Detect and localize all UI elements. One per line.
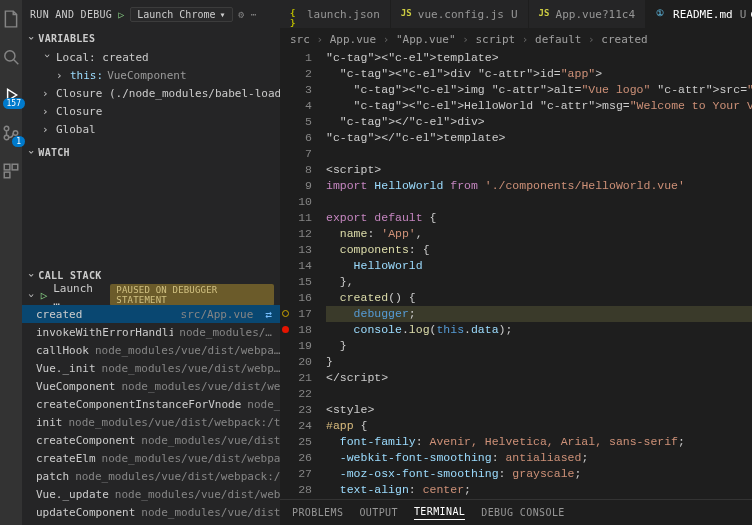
variables-section: ›VARIABLES ›Local: created ›this: VueCom… bbox=[22, 28, 280, 138]
code-editor[interactable]: 12345678910111213141516▷1718192021222324… bbox=[280, 50, 752, 499]
breadcrumb: src › App.vue › "App.vue" › script › def… bbox=[280, 28, 752, 50]
sidebar-title: RUN AND DEBUG bbox=[30, 9, 112, 20]
json-icon: { } bbox=[290, 8, 302, 20]
extensions-icon[interactable] bbox=[0, 160, 22, 182]
watch-section: ›WATCH bbox=[22, 138, 280, 162]
editor-tab[interactable]: { }launch.json bbox=[280, 0, 391, 28]
svg-rect-6 bbox=[4, 172, 10, 178]
debug-sidebar: RUN AND DEBUG ▷ Launch Chrome▾ ⚙ ⋯ ›VARI… bbox=[22, 0, 280, 525]
callstack-section: ›CALL STACK › ▷ Launch … PAUSED ON DEBUG… bbox=[22, 265, 280, 525]
svg-point-1 bbox=[4, 126, 9, 131]
search-icon[interactable] bbox=[0, 46, 22, 68]
panel-tab-debug-console[interactable]: DEBUG CONSOLE bbox=[481, 507, 564, 518]
editor-area: { }launch.jsonJSvue.config.jsUJSApp.vue?… bbox=[280, 0, 752, 525]
breadcrumb-item[interactable]: script bbox=[475, 33, 515, 46]
debug-icon[interactable]: 157 bbox=[0, 84, 22, 106]
activity-bar: 157 1 bbox=[0, 0, 22, 525]
stack-frame[interactable]: get node_modules/vue/dist/webpack:/te… bbox=[22, 521, 280, 525]
gear-icon[interactable]: ⚙ bbox=[239, 9, 245, 20]
stack-frame[interactable]: callHook node_modules/vue/dist/webpa… bbox=[22, 341, 280, 359]
breakpoint-hollow[interactable] bbox=[282, 310, 289, 317]
breadcrumb-item[interactable]: src bbox=[290, 33, 310, 46]
breadcrumb-item[interactable]: default bbox=[535, 33, 581, 46]
pause-reason: PAUSED ON DEBUGGER STATEMENT bbox=[110, 284, 274, 306]
breadcrumb-item[interactable]: created bbox=[601, 33, 647, 46]
files-icon[interactable] bbox=[0, 8, 22, 30]
debug-badge: 157 bbox=[3, 98, 25, 109]
variable-this[interactable]: ›this: VueComponent bbox=[30, 66, 280, 84]
sidebar-header: RUN AND DEBUG ▷ Launch Chrome▾ ⚙ ⋯ bbox=[22, 0, 280, 28]
chevron-right-icon: › bbox=[56, 69, 66, 82]
callstack-list: created src/App.vue⇄invokeWithErrorHandl… bbox=[22, 305, 280, 525]
stack-frame[interactable]: invokeWithErrorHandling node_modules/… bbox=[22, 323, 280, 341]
callstack-session[interactable]: › ▷ Launch … PAUSED ON DEBUGGER STATEMEN… bbox=[22, 285, 280, 305]
scm-badge: 1 bbox=[12, 136, 25, 147]
chevron-down-icon: › bbox=[26, 35, 37, 41]
scope-closure-2[interactable]: ›Closure bbox=[30, 102, 280, 120]
panel-tabs: PROBLEMSOUTPUTTERMINALDEBUG CONSOLE bbox=[280, 499, 752, 525]
chevron-right-icon: › bbox=[42, 105, 52, 118]
chevron-down-icon: › bbox=[26, 272, 37, 278]
panel-tab-terminal[interactable]: TERMINAL bbox=[414, 506, 465, 520]
scm-icon[interactable]: 1 bbox=[0, 122, 22, 144]
stack-frame[interactable]: createComponent node_modules/vue/dist/… bbox=[22, 431, 280, 449]
scope-local[interactable]: ›Local: created bbox=[30, 48, 280, 66]
js-icon: JS bbox=[401, 8, 413, 20]
stack-frame[interactable]: createComponentInstanceForVnode node_… bbox=[22, 395, 280, 413]
play-icon: ▷ bbox=[41, 289, 48, 302]
chevron-right-icon: › bbox=[42, 87, 52, 100]
line-gutter: 12345678910111213141516▷1718192021222324… bbox=[280, 50, 320, 499]
stack-frame[interactable]: created src/App.vue⇄ bbox=[22, 305, 280, 323]
svg-rect-5 bbox=[12, 164, 18, 170]
md-icon: ① bbox=[656, 8, 668, 20]
stack-frame[interactable]: updateComponent node_modules/vue/dist/… bbox=[22, 503, 280, 521]
breadcrumb-item[interactable]: "App.vue" bbox=[396, 33, 456, 46]
breakpoint[interactable] bbox=[282, 326, 289, 333]
panel-tab-problems[interactable]: PROBLEMS bbox=[292, 507, 343, 518]
stack-frame[interactable]: Vue._update node_modules/vue/dist/web… bbox=[22, 485, 280, 503]
svg-rect-4 bbox=[4, 164, 10, 170]
code-lines: "c-tag"><"c-el">template> "c-tag"><"c-el… bbox=[320, 50, 752, 499]
scope-global[interactable]: ›Global bbox=[30, 120, 280, 138]
stack-frame[interactable]: VueComponent node_modules/vue/dist/we… bbox=[22, 377, 280, 395]
breadcrumb-item[interactable]: App.vue bbox=[330, 33, 376, 46]
chevron-down-icon: › bbox=[41, 52, 54, 62]
editor-tabs: { }launch.jsonJSvue.config.jsUJSApp.vue?… bbox=[280, 0, 752, 28]
editor-tab[interactable]: JSApp.vue?11c4 bbox=[529, 0, 646, 28]
editor-tab[interactable]: JSvue.config.jsU bbox=[391, 0, 529, 28]
variables-header[interactable]: ›VARIABLES bbox=[22, 28, 280, 48]
editor-tab[interactable]: ①README.mdU bbox=[646, 0, 752, 28]
stack-frame[interactable]: Vue._init node_modules/vue/dist/webp… bbox=[22, 359, 280, 377]
launch-config-dropdown[interactable]: Launch Chrome▾ bbox=[130, 7, 232, 22]
stack-frame[interactable]: init node_modules/vue/dist/webpack:/t… bbox=[22, 413, 280, 431]
watch-header[interactable]: ›WATCH bbox=[22, 142, 280, 162]
stack-frame[interactable]: patch node_modules/vue/dist/webpack:/… bbox=[22, 467, 280, 485]
chevron-down-icon: › bbox=[26, 149, 37, 155]
more-icon[interactable]: ⋯ bbox=[251, 9, 257, 20]
svg-point-0 bbox=[5, 51, 15, 61]
panel-tab-output[interactable]: OUTPUT bbox=[359, 507, 398, 518]
chevron-right-icon: › bbox=[42, 123, 52, 136]
js-icon: JS bbox=[539, 8, 551, 20]
frame-tools[interactable]: ⇄ bbox=[265, 308, 272, 321]
start-debug-icon[interactable]: ▷ bbox=[118, 9, 124, 20]
svg-point-2 bbox=[4, 135, 9, 140]
chevron-down-icon: ▾ bbox=[219, 9, 225, 20]
scope-closure-1[interactable]: ›Closure (./node_modules/babel-loader/li… bbox=[30, 84, 280, 102]
chevron-down-icon: › bbox=[25, 292, 38, 299]
stack-frame[interactable]: createElm node_modules/vue/dist/webpa… bbox=[22, 449, 280, 467]
